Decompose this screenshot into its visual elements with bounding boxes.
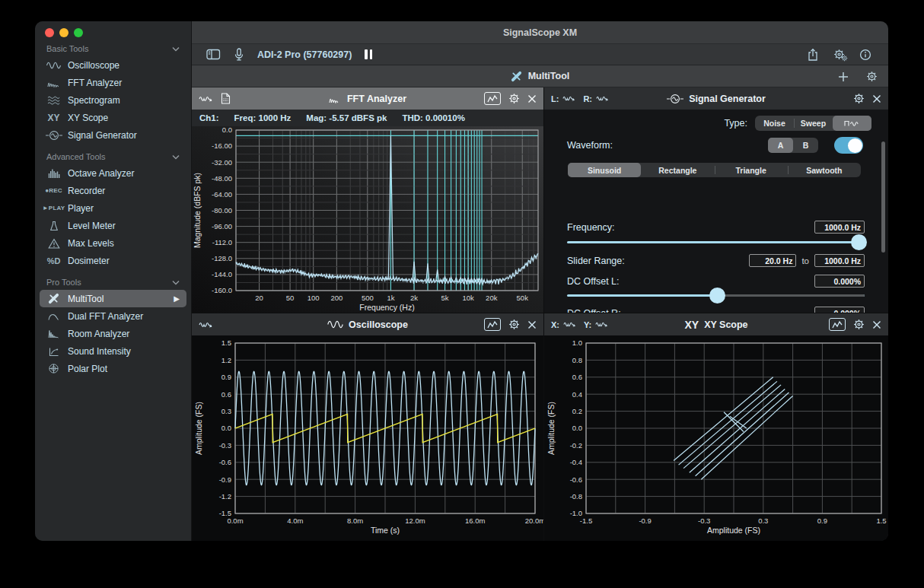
signal-generator-icon bbox=[40, 130, 68, 141]
left-output-signal-icon[interactable] bbox=[562, 94, 576, 103]
axes-curve-icon bbox=[40, 346, 68, 357]
waveform-sinusoid-option[interactable]: Sinusoid bbox=[568, 163, 641, 177]
toggle-knob bbox=[848, 138, 862, 153]
sidebar-item-label: Polar Plot bbox=[68, 364, 107, 374]
output-enable-toggle[interactable] bbox=[834, 137, 863, 154]
sidebar-item-fft-analyzer[interactable]: FFT Analyzer bbox=[40, 74, 186, 91]
close-panel-icon[interactable] bbox=[527, 320, 537, 329]
right-output-signal-icon[interactable] bbox=[596, 94, 610, 103]
sidebar-item-dual-fft-analyzer[interactable]: Dual FFT Analyzer bbox=[40, 307, 186, 325]
waveform-rectangle-option[interactable]: Rectangle bbox=[641, 163, 714, 177]
svg-text:0.6: 0.6 bbox=[572, 373, 582, 381]
chart-view-toggle-button[interactable] bbox=[484, 92, 501, 105]
sidebar-section-pro-tools[interactable]: Pro Tools bbox=[40, 275, 186, 290]
signal-generator-body: Type: Noise Sweep Waveform: A B bbox=[544, 110, 888, 313]
range-low-field[interactable]: 20.0 Hz bbox=[749, 254, 796, 267]
multitool-tab[interactable]: MultiTool bbox=[511, 71, 570, 82]
tool-settings-gears-icon[interactable] bbox=[833, 49, 845, 60]
y-input-signal-icon[interactable] bbox=[595, 320, 609, 329]
share-icon[interactable] bbox=[807, 48, 819, 62]
sidebar-item-label: Oscilloscope bbox=[68, 60, 119, 71]
sidebar-item-label: Max Levels bbox=[68, 238, 114, 249]
waveform-a-option[interactable]: A bbox=[768, 138, 793, 153]
type-option-sweep[interactable]: Sweep bbox=[794, 116, 833, 131]
sidebar-item-recorder[interactable]: ●REC Recorder bbox=[40, 182, 186, 199]
slider-range-label: Slider Range: bbox=[567, 256, 625, 266]
dosimeter-icon: %D bbox=[40, 256, 68, 265]
waveform-b-option[interactable]: B bbox=[793, 138, 818, 153]
frequency-slider[interactable] bbox=[567, 234, 865, 250]
close-panel-icon[interactable] bbox=[872, 320, 881, 329]
svg-text:4.0m: 4.0m bbox=[287, 516, 303, 525]
sidebar-item-room-analyzer[interactable]: Room Analyzer bbox=[40, 325, 186, 342]
warning-triangle-icon bbox=[40, 238, 68, 249]
sidebar-item-xy-scope[interactable]: XY XY Scope bbox=[40, 109, 186, 126]
panel-settings-gear-icon[interactable] bbox=[853, 319, 865, 330]
scrollbar[interactable] bbox=[881, 141, 885, 253]
dc-offset-r-field[interactable]: 0.000% bbox=[814, 307, 865, 313]
pause-button[interactable] bbox=[365, 49, 372, 59]
close-panel-icon[interactable] bbox=[872, 94, 881, 103]
input-signal-icon[interactable] bbox=[199, 94, 214, 103]
panel-settings-gear-icon[interactable] bbox=[508, 93, 520, 104]
dc-offset-l-slider[interactable] bbox=[567, 288, 865, 304]
multitool-tab-bar: MultiTool bbox=[192, 65, 888, 87]
snapshot-document-icon[interactable] bbox=[221, 93, 231, 104]
sidebar-item-polar-plot[interactable]: Polar Plot bbox=[40, 360, 186, 377]
svg-text:-64.00: -64.00 bbox=[212, 190, 232, 199]
sidebar-item-dosimeter[interactable]: %D Dosimeter bbox=[40, 252, 186, 269]
close-window-button[interactable] bbox=[45, 28, 54, 37]
panel-settings-gear-icon[interactable] bbox=[508, 319, 520, 330]
range-high-field[interactable]: 1000.0 Hz bbox=[814, 254, 865, 267]
add-tool-icon[interactable] bbox=[838, 72, 849, 82]
panel-settings-gear-icon[interactable] bbox=[853, 93, 865, 104]
sidebar-section-advanced-tools[interactable]: Advanced Tools bbox=[40, 149, 186, 164]
x-input-signal-icon[interactable] bbox=[563, 320, 577, 329]
sidebar-item-multitool[interactable]: MultiTool ▶ bbox=[40, 290, 186, 307]
multitool-bar-actions bbox=[838, 65, 878, 87]
sidebar-toggle-icon[interactable] bbox=[206, 49, 221, 60]
toolbar-right bbox=[807, 48, 888, 62]
fft-chart[interactable]: 20501002005001k2k5k10k20k50k0.0-16.00-32… bbox=[192, 126, 544, 313]
info-icon[interactable] bbox=[859, 49, 871, 61]
waveform-sawtooth-option[interactable]: Sawtooth bbox=[788, 163, 861, 177]
type-option-noise[interactable]: Noise bbox=[755, 116, 794, 131]
sidebar-item-max-levels[interactable]: Max Levels bbox=[40, 234, 186, 252]
svg-text:20k: 20k bbox=[486, 294, 498, 302]
chart-view-toggle-button[interactable] bbox=[484, 318, 501, 331]
chart-view-toggle-button[interactable] bbox=[829, 318, 846, 331]
xy-chart[interactable]: -1.5-0.9-0.30.30.91.51.00.80.60.40.20.0-… bbox=[544, 335, 888, 541]
panel-title: Oscilloscope bbox=[349, 319, 408, 330]
input-signal-icon[interactable] bbox=[199, 320, 214, 329]
sidebar-item-level-meter[interactable]: Level Meter bbox=[40, 217, 186, 234]
device-selector[interactable]: ADI-2 Pro (57760297) bbox=[257, 49, 352, 60]
frequency-value-field[interactable]: 1000.0 Hz bbox=[814, 221, 865, 234]
sidebar-item-player[interactable]: ►PLAY Player bbox=[40, 199, 186, 217]
oscilloscope-chart[interactable]: 0.0m4.0m8.0m12.0m16.0m20.0m1.51.20.90.60… bbox=[192, 335, 544, 541]
sidebar-item-spectrogram[interactable]: Spectrogram bbox=[40, 91, 186, 109]
sidebar-item-sound-intensity[interactable]: Sound Intensity bbox=[40, 342, 186, 360]
zoom-window-button[interactable] bbox=[74, 28, 83, 37]
thd-readout: THD: 0.00010% bbox=[402, 113, 464, 122]
oscilloscope-panel: Oscilloscope 0.0m4.0m8.0m12.0m16.0m20.0m… bbox=[192, 313, 544, 541]
multitool-tab-label: MultiTool bbox=[528, 71, 570, 81]
minimize-window-button[interactable] bbox=[59, 28, 69, 37]
waveform-triangle-option[interactable]: Triangle bbox=[715, 163, 788, 177]
sidebar-section-basic-tools[interactable]: Basic Tools bbox=[40, 41, 186, 56]
sidebar-item-oscilloscope[interactable]: Oscilloscope bbox=[40, 56, 186, 74]
sidebar-item-signal-generator[interactable]: Signal Generator bbox=[40, 126, 186, 144]
layout-gear-icon[interactable] bbox=[866, 71, 878, 82]
type-option-waveform[interactable] bbox=[833, 116, 871, 131]
frequency-slider-thumb[interactable] bbox=[851, 234, 867, 250]
app-window: Basic Tools Oscilloscope FFT Analyzer Sp… bbox=[35, 21, 888, 541]
dc-offset-l-field[interactable]: 0.000% bbox=[814, 275, 865, 288]
close-panel-icon[interactable] bbox=[527, 94, 537, 103]
svg-text:-0.3: -0.3 bbox=[698, 516, 710, 525]
panel-title: FFT Analyzer bbox=[347, 94, 406, 104]
type-segmented-control: Noise Sweep bbox=[755, 116, 871, 131]
microphone-icon[interactable] bbox=[234, 48, 244, 62]
sidebar-item-octave-analyzer[interactable]: Octave Analyzer bbox=[40, 164, 186, 182]
svg-text:0.2: 0.2 bbox=[572, 407, 582, 415]
dc-offset-l-slider-thumb[interactable] bbox=[709, 288, 725, 304]
chevron-down-icon bbox=[172, 280, 180, 285]
